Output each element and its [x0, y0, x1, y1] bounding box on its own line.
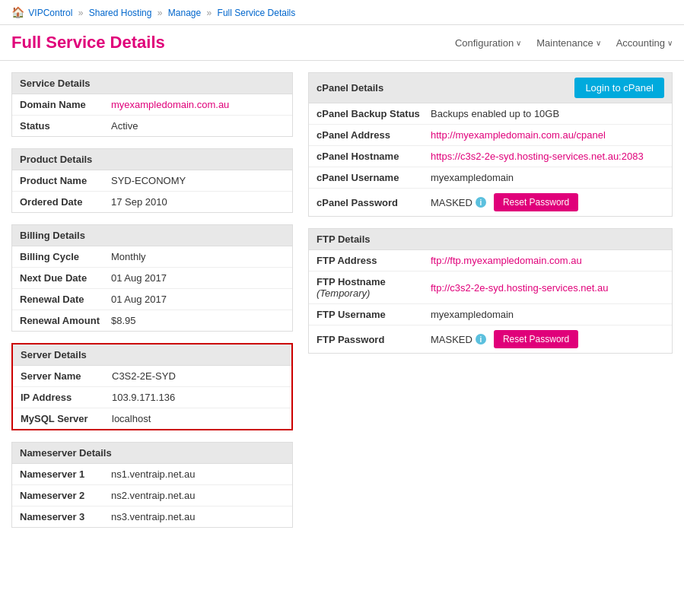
ftp-reset-password-button[interactable]: Reset Password	[494, 330, 578, 348]
nameserver-2-value: ns2.ventraip.net.au	[111, 490, 285, 501]
billing-details-section: Billing Details Billing Cycle Monthly Ne…	[11, 224, 293, 332]
cpanel-address-label: cPanel Address	[317, 129, 431, 141]
renewal-date-value: 01 Aug 2017	[111, 294, 285, 305]
cpanel-username-value: myexampledomain	[431, 172, 664, 183]
breadcrumb-sep-3: »	[207, 8, 215, 18]
page-title: Full Service Details	[11, 33, 455, 52]
login-to-cpanel-button[interactable]: Login to cPanel	[574, 78, 664, 98]
table-row: Renewal Amount $8.95	[12, 310, 292, 331]
nav-maintenance-chevron: ∨	[596, 39, 601, 47]
status-value: Active	[111, 120, 285, 132]
table-row: FTP Hostname (Temporary) ftp://c3s2-2e-s…	[309, 271, 672, 304]
domain-name-link[interactable]: myexampledomain.com.au	[111, 99, 229, 110]
table-row: cPanel Address http://myexampledomain.co…	[309, 125, 672, 146]
ip-address-value: 103.9.171.136	[112, 392, 284, 403]
ftp-details-header: FTP Details	[309, 229, 672, 250]
table-row: cPanel Username myexampledomain	[309, 167, 672, 189]
table-row: Server Name C3S2-2E-SYD	[13, 366, 291, 387]
table-row: FTP Address ftp://ftp.myexampledomain.co…	[309, 250, 672, 271]
left-column: Service Details Domain Name myexampledom…	[11, 72, 293, 539]
breadcrumb-shared-hosting[interactable]: Shared Hosting	[89, 8, 152, 18]
cpanel-password-info-icon[interactable]: i	[476, 197, 486, 208]
nameserver-1-value: ns1.ventraip.net.au	[111, 468, 285, 480]
cpanel-password-masked-text: MASKED	[431, 197, 472, 208]
table-row: Nameserver 2 ns2.ventraip.net.au	[12, 485, 292, 506]
cpanel-reset-password-button[interactable]: Reset Password	[494, 193, 578, 211]
nav-accounting-label: Accounting	[616, 37, 665, 49]
nav-menu: Configuration ∨ Maintenance ∨ Accounting…	[455, 37, 673, 49]
product-details-header: Product Details	[12, 149, 292, 170]
cpanel-address-link[interactable]: http://myexampledomain.com.au/cpanel	[431, 129, 606, 141]
ordered-date-label: Ordered Date	[20, 196, 111, 208]
cpanel-details-header: cPanel Details Login to cPanel	[309, 73, 672, 103]
breadcrumb-vipcontrol[interactable]: VIPControl	[28, 8, 72, 18]
nameserver-2-label: Nameserver 2	[20, 490, 111, 501]
cpanel-address-value: http://myexampledomain.com.au/cpanel	[431, 129, 664, 141]
table-row: Billing Cycle Monthly	[12, 246, 292, 268]
nav-accounting[interactable]: Accounting ∨	[616, 37, 673, 49]
table-row: Nameserver 1 ns1.ventraip.net.au	[12, 464, 292, 485]
table-row: Next Due Date 01 Aug 2017	[12, 268, 292, 289]
cpanel-details-section: cPanel Details Login to cPanel cPanel Ba…	[308, 72, 673, 217]
next-due-date-label: Next Due Date	[20, 272, 111, 284]
renewal-amount-value: $8.95	[111, 315, 285, 326]
breadcrumb-sep-1: »	[78, 8, 86, 18]
service-details-section: Service Details Domain Name myexampledom…	[11, 72, 293, 137]
nav-configuration[interactable]: Configuration ∨	[455, 37, 521, 49]
mysql-server-label: MySQL Server	[21, 413, 112, 424]
server-details-header: Server Details	[13, 345, 291, 366]
table-row: FTP Password MASKED i Reset Password	[309, 325, 672, 353]
billing-details-header: Billing Details	[12, 225, 292, 246]
ip-address-label: IP Address	[21, 392, 112, 403]
ftp-hostname-link[interactable]: ftp://c3s2-2e-syd.hosting-services.net.a…	[431, 282, 608, 294]
breadcrumb-full-service-details[interactable]: Full Service Details	[218, 8, 296, 18]
nameserver-3-value: ns3.ventraip.net.au	[111, 511, 285, 522]
breadcrumb: 🏠 VIPControl » Shared Hosting » Manage »…	[0, 0, 684, 25]
table-row: Renewal Date 01 Aug 2017	[12, 289, 292, 310]
right-column: cPanel Details Login to cPanel cPanel Ba…	[308, 72, 673, 539]
domain-name-label: Domain Name	[20, 99, 111, 110]
nameserver-details-header: Nameserver Details	[12, 443, 292, 464]
cpanel-details-title: cPanel Details	[317, 82, 383, 94]
top-nav: Full Service Details Configuration ∨ Mai…	[0, 25, 684, 61]
nav-accounting-chevron: ∨	[667, 39, 673, 47]
cpanel-username-label: cPanel Username	[317, 172, 431, 183]
mysql-server-value: localhost	[112, 413, 284, 424]
next-due-date-value: 01 Aug 2017	[111, 272, 285, 284]
ftp-address-link[interactable]: ftp://ftp.myexampledomain.com.au	[431, 255, 582, 266]
table-row: Domain Name myexampledomain.com.au	[12, 94, 292, 116]
nameserver-details-section: Nameserver Details Nameserver 1 ns1.vent…	[11, 442, 293, 528]
table-row: MySQL Server localhost	[13, 408, 291, 429]
billing-cycle-value: Monthly	[111, 251, 285, 262]
nameserver-3-label: Nameserver 3	[20, 511, 111, 522]
ftp-password-info-icon[interactable]: i	[476, 334, 486, 345]
server-name-value: C3S2-2E-SYD	[112, 370, 284, 382]
product-name-label: Product Name	[20, 175, 111, 186]
table-row: Status Active	[12, 116, 292, 136]
renewal-date-label: Renewal Date	[20, 294, 111, 305]
domain-name-value: myexampledomain.com.au	[111, 99, 285, 110]
table-row: Ordered Date 17 Sep 2010	[12, 192, 292, 212]
ftp-hostname-value: ftp://c3s2-2e-syd.hosting-services.net.a…	[431, 282, 664, 294]
cpanel-backup-status-value: Backups enabled up to 10GB	[431, 108, 664, 119]
ftp-address-value: ftp://ftp.myexampledomain.com.au	[431, 255, 664, 266]
ftp-username-value: myexampledomain	[431, 309, 664, 320]
nav-maintenance[interactable]: Maintenance ∨	[536, 37, 600, 49]
service-details-header: Service Details	[12, 73, 292, 94]
ftp-password-masked-row: MASKED i Reset Password	[431, 330, 664, 348]
table-row: IP Address 103.9.171.136	[13, 387, 291, 408]
table-row: cPanel Password MASKED i Reset Password	[309, 189, 672, 216]
nameserver-1-label: Nameserver 1	[20, 468, 111, 480]
ftp-details-section: FTP Details FTP Address ftp://ftp.myexam…	[308, 228, 673, 354]
ftp-username-label: FTP Username	[317, 309, 431, 320]
cpanel-hostname-link[interactable]: https://c3s2-2e-syd.hosting-services.net…	[431, 151, 644, 162]
table-row: FTP Username myexampledomain	[309, 304, 672, 325]
product-details-section: Product Details Product Name SYD-ECONOMY…	[11, 148, 293, 213]
table-row: Nameserver 3 ns3.ventraip.net.au	[12, 506, 292, 527]
nav-configuration-chevron: ∨	[516, 39, 521, 47]
main-content: Service Details Domain Name myexampledom…	[0, 61, 684, 551]
breadcrumb-manage[interactable]: Manage	[168, 8, 201, 18]
breadcrumb-sep-2: »	[157, 8, 165, 18]
renewal-amount-label: Renewal Amount	[20, 315, 111, 326]
cpanel-password-value: MASKED i Reset Password	[431, 193, 664, 211]
